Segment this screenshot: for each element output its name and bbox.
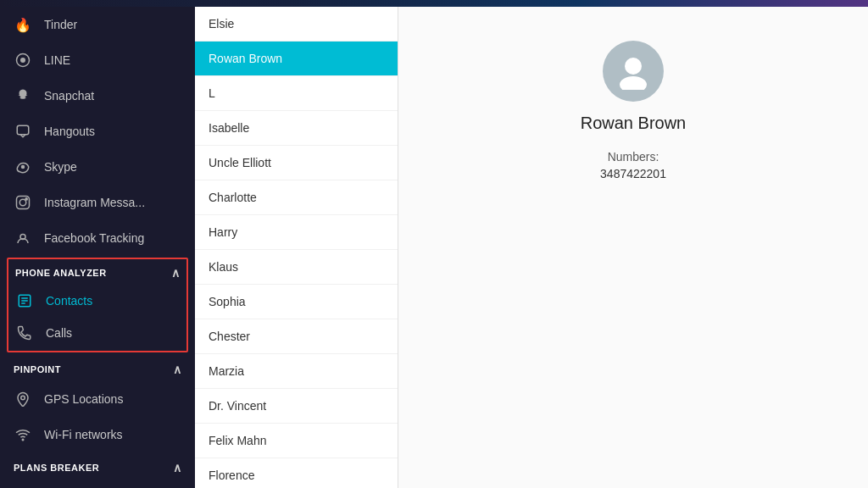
phone-analyzer-section: PHONE ANALYZER ∧ Contacts Calls — [7, 258, 188, 352]
svg-point-15 — [620, 76, 647, 90]
facebook-icon — [14, 229, 32, 247]
sidebar-item-skype-label: Skype — [44, 160, 77, 174]
sidebar-item-contacts[interactable]: Contacts — [8, 285, 186, 317]
svg-point-14 — [625, 58, 642, 75]
sidebar-item-line[interactable]: LINE — [0, 42, 195, 78]
sidebar-item-snapchat-label: Snapchat — [44, 89, 94, 103]
contact-item[interactable]: Uncle Elliott — [195, 146, 398, 180]
svg-point-12 — [21, 396, 25, 400]
pinpoint-header[interactable]: PINPOINT ∧ — [0, 354, 195, 381]
svg-point-6 — [25, 198, 27, 200]
contact-item[interactable]: Marzia — [195, 354, 398, 389]
sidebar-item-tinder-label: Tinder — [44, 18, 77, 31]
sidebar-item-instagram[interactable]: Instagram Messa... — [0, 185, 195, 220]
svg-rect-2 — [17, 125, 29, 135]
contact-item[interactable]: Harry — [195, 215, 398, 250]
phone-analyzer-chevron: ∧ — [171, 266, 181, 280]
wifi-icon — [14, 425, 32, 444]
main-layout: 🔥 Tinder LINE Snapchat Hangouts Skype — [0, 7, 868, 488]
sidebar-item-facebook[interactable]: Facebook Tracking — [0, 220, 195, 256]
sidebar-item-hangouts-label: Hangouts — [44, 125, 95, 138]
svg-point-5 — [19, 199, 26, 206]
sidebar-item-skype[interactable]: Skype — [0, 149, 195, 185]
sidebar-item-tinder[interactable]: 🔥 Tinder — [0, 7, 195, 42]
numbers-value: 3487422201 — [600, 167, 666, 180]
contact-item[interactable]: Klaus — [195, 250, 398, 285]
contact-item[interactable]: Elsie — [195, 7, 398, 42]
sidebar-item-wifi-label: Wi-Fi networks — [44, 428, 123, 441]
snapchat-icon — [14, 86, 32, 105]
sidebar-item-wifi[interactable]: Wi-Fi networks — [0, 417, 195, 452]
pinpoint-chevron: ∧ — [173, 363, 182, 376]
sidebar-item-instagram-label: Instagram Messa... — [44, 196, 145, 209]
contact-item[interactable]: Chester — [195, 319, 398, 354]
sidebar-item-calls-label: Calls — [46, 326, 72, 340]
detail-panel: Rowan Brown Numbers: 3487422201 — [398, 7, 868, 488]
contact-item[interactable]: L — [195, 76, 398, 111]
phone-analyzer-title: PHONE ANALYZER — [15, 268, 107, 278]
sidebar-item-line-label: LINE — [44, 53, 70, 67]
sidebar-item-calls[interactable]: Calls — [8, 317, 186, 349]
avatar — [603, 41, 664, 102]
sidebar-item-gps-label: GPS Locations — [44, 392, 123, 406]
pinpoint-title: PINPOINT — [14, 364, 61, 374]
plans-breaker-title: PLANS BREAKER — [14, 463, 99, 473]
plans-breaker-header[interactable]: PLANS BREAKER ∧ — [0, 452, 195, 480]
sidebar-item-facebook-label: Facebook Tracking — [44, 231, 144, 245]
plans-breaker-chevron: ∧ — [173, 461, 182, 474]
contact-item[interactable]: Sophia — [195, 285, 398, 319]
sidebar-item-snapchat[interactable]: Snapchat — [0, 78, 195, 114]
instagram-icon — [14, 193, 32, 212]
top-bar — [0, 0, 868, 7]
gps-icon — [14, 390, 32, 408]
sidebar-item-contacts-label: Contacts — [46, 294, 92, 308]
contact-item[interactable]: Charlotte — [195, 180, 398, 215]
detail-contact-name: Rowan Brown — [581, 114, 687, 133]
tinder-icon: 🔥 — [14, 15, 32, 34]
skype-icon — [14, 158, 32, 176]
contact-item[interactable]: Felix Mahn — [195, 424, 398, 458]
contact-list-panel: ElsieRowan BrownLIsabelleUncle ElliottCh… — [195, 7, 398, 488]
svg-point-3 — [21, 165, 25, 169]
numbers-label: Numbers: — [600, 150, 666, 164]
sidebar: 🔥 Tinder LINE Snapchat Hangouts Skype — [0, 7, 195, 488]
phone-analyzer-header[interactable]: PHONE ANALYZER ∧ — [8, 261, 186, 285]
line-icon — [14, 51, 32, 69]
contact-item[interactable]: Dr. Vincent — [195, 389, 398, 424]
contacts-icon — [15, 291, 34, 310]
hangouts-icon — [14, 122, 32, 141]
numbers-section: Numbers: 3487422201 — [600, 150, 666, 180]
contact-item[interactable]: Florence — [195, 458, 398, 488]
svg-point-13 — [22, 439, 24, 441]
sidebar-item-hangouts[interactable]: Hangouts — [0, 114, 195, 149]
svg-point-1 — [20, 58, 25, 63]
calls-icon — [15, 324, 34, 342]
contact-item[interactable]: Isabelle — [195, 111, 398, 146]
sidebar-item-gps[interactable]: GPS Locations — [0, 381, 195, 417]
contact-item[interactable]: Rowan Brown — [195, 42, 398, 76]
